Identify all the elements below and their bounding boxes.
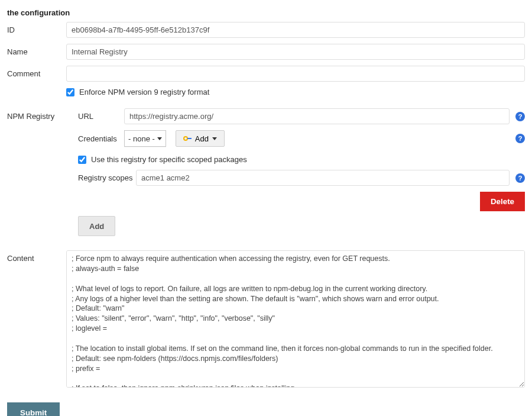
name-input[interactable] [66, 44, 525, 60]
npm-registry-label: NPM Registry [7, 108, 59, 250]
enforce-v9-checkbox[interactable] [66, 88, 74, 96]
comment-label: Comment [7, 66, 59, 88]
help-icon[interactable]: ? [515, 112, 525, 121]
credentials-label: Credentials [78, 134, 124, 143]
add-credentials-button[interactable]: Add [176, 130, 225, 147]
content-label: Content [7, 250, 59, 395]
id-input[interactable] [66, 22, 525, 38]
enforce-v9-label: Enforce NPM version 9 registry format [79, 88, 209, 96]
section-title: the configuration [7, 8, 525, 17]
chevron-down-icon [157, 137, 162, 140]
scoped-label: Use this registry for specific scoped pa… [91, 155, 247, 164]
key-icon [183, 136, 192, 141]
comment-input[interactable] [66, 66, 525, 82]
add-button[interactable]: Add [78, 216, 115, 236]
id-label: ID [7, 22, 59, 44]
help-icon[interactable]: ? [515, 134, 525, 143]
delete-button[interactable]: Delete [480, 192, 525, 211]
submit-button[interactable]: Submit [7, 402, 60, 416]
content-textarea[interactable] [66, 250, 525, 388]
credentials-select[interactable]: - none - [124, 130, 166, 147]
configuration-form: the configuration ID Name Comment Enforc… [7, 8, 525, 395]
url-input[interactable] [124, 108, 510, 124]
scoped-checkbox[interactable] [78, 156, 86, 164]
chevron-down-icon [212, 137, 217, 140]
url-label: URL [78, 112, 124, 121]
scopes-input[interactable] [136, 170, 510, 186]
scopes-label: Registry scopes [78, 173, 136, 182]
name-label: Name [7, 44, 59, 66]
help-icon[interactable]: ? [515, 173, 525, 183]
